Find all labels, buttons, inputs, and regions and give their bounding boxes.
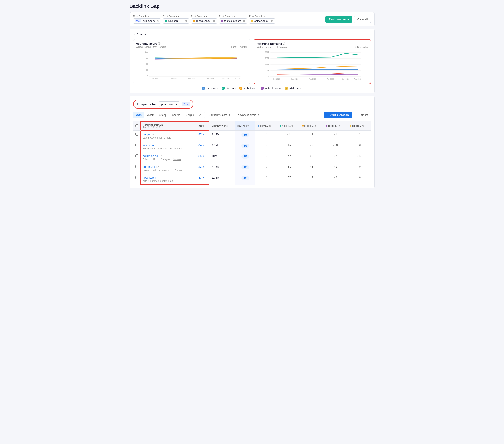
more-link[interactable]: 9 more [164,136,171,139]
external-link-icon[interactable]: ↗ [157,176,159,179]
row-checkbox-cell [133,163,141,174]
start-outreach-button[interactable]: + Start outreach [324,112,352,118]
legend-check-adidas: ✓ [285,87,288,90]
row-checkbox[interactable] [135,165,138,168]
legend-reebok[interactable]: ✓ reebok.com [239,87,257,90]
legend-nike[interactable]: ✓ nike.com [222,87,236,90]
row-adidas: › 3 [347,141,371,152]
prospects-for-bar: Prospects for: puma.com ▼ You [133,100,193,109]
row-adidas: › 8 [347,174,371,185]
backlink-arrow: › [334,165,335,168]
th-nike-label: nike.c... [282,124,291,127]
sort-icon-footlocker: ⇅ [339,125,340,127]
domain-categories: Law & Government 9 more [143,136,194,139]
prospect-tab-group: Best Weak Strong Shared Unique All [133,112,205,118]
row-nike: › 2 [277,130,300,141]
monthly-visits-value: 12.3M [212,176,219,179]
advanced-filters-dropdown[interactable]: Advanced filters ▼ [235,112,262,118]
tab-best[interactable]: Best [133,112,144,118]
domain-link[interactable]: columbia.edu [143,154,160,157]
close-icon-nike[interactable]: ✕ [184,19,187,22]
row-checkbox[interactable] [135,133,138,135]
puma-count: 0 [266,144,267,147]
domain-label-footlocker[interactable]: Root Domain ▼ [219,15,247,18]
domain-label-reebok[interactable]: Root Domain ▼ [191,15,217,18]
th-nike[interactable]: nike.c... ⇅ [277,121,300,130]
adidas-count: 10 [359,154,361,157]
domain-group-puma: Root Domain ▼ You puma.com ✕ [133,15,161,23]
adidas-count: 5 [359,165,361,168]
info-icon-2[interactable]: ⓘ [283,42,285,45]
tab-all[interactable]: All [197,112,205,118]
svg-text:Apr 2022: Apr 2022 [327,78,334,80]
row-checkbox[interactable] [135,154,138,157]
th-monthly-visits[interactable]: Monthly Visits [209,121,235,130]
domain-pill-footlocker: footlocker.com ✕ [219,18,247,23]
clear-all-button[interactable]: Clear all [354,16,371,23]
external-link-icon[interactable]: ↗ [154,144,156,147]
more-link[interactable]: 9 more [175,147,182,150]
as-score: 83 [198,154,201,157]
domain-categories: Books & Lit... > Writers Res... 9 more [143,147,194,150]
th-reebok[interactable]: reebok... ⇅ [300,121,324,130]
adidas-col-dot [350,125,351,127]
domain-link[interactable]: ca.gov [143,133,151,136]
charts-collapse-toggle[interactable]: ∨ Charts [133,33,371,36]
legend-footlocker[interactable]: ✓ footlocker.com [261,87,281,90]
th-as[interactable]: AS ⇅ [196,121,209,130]
tab-shared[interactable]: Shared [169,112,183,118]
th-footlocker[interactable]: footloc... ⇅ [324,121,347,130]
footlocker-count: 30 [335,144,338,147]
external-link-icon[interactable]: ↗ [160,155,162,157]
sort-icon-puma: ⇅ [269,125,271,127]
tab-strong[interactable]: Strong [156,112,169,118]
domain-label-adidas[interactable]: Root Domain ▼ [249,15,275,18]
monthly-visits-value: 91.4M [212,133,219,136]
more-link[interactable]: 9 more [175,169,183,172]
as-chevron-icon: ∨ [202,155,204,157]
close-icon-adidas[interactable]: ✕ [270,19,273,22]
svg-text:165K: 165K [265,57,270,59]
domain-link[interactable]: wisc.edu [143,144,154,147]
domain-label-nike[interactable]: Root Domain ▼ [163,15,189,18]
more-link[interactable]: 9 more [173,158,181,161]
puma-domain-value: puma.com [143,19,155,22]
domain-label-puma[interactable]: Root Domain ▼ [133,15,161,18]
select-all-checkbox[interactable] [135,124,138,127]
filter-bar: Best Weak Strong Shared Unique All Autho… [133,112,371,118]
matches-badge: 4/5 [241,144,249,148]
domain-link[interactable]: libsyn.com [143,176,156,179]
th-matches[interactable]: Matches ⇅ [235,121,256,130]
more-link[interactable]: 9 more [165,180,173,182]
export-button[interactable]: ↑ Export [354,112,371,118]
th-adidas[interactable]: adidas... ⇅ [347,121,371,130]
legend-puma[interactable]: ✓ puma.com [202,87,218,90]
row-checkbox[interactable] [135,144,138,146]
footlocker-dot [221,20,223,22]
row-checkbox[interactable] [135,176,138,179]
th-puma[interactable]: puma... ⇅ [255,121,277,130]
external-link-icon[interactable]: ↗ [157,166,159,168]
close-icon-reebok[interactable]: ✕ [212,19,215,22]
row-as: 83 ∨ [196,174,209,185]
close-icon-puma[interactable]: ✕ [156,19,159,22]
reebok-count: 2 [312,176,313,179]
tab-weak[interactable]: Weak [144,112,156,118]
info-icon[interactable]: ⓘ [158,42,161,45]
legend-check-puma: ✓ [202,87,205,90]
svg-text:220K: 220K [265,51,270,53]
tab-unique[interactable]: Unique [183,112,197,118]
prospects-domain-select[interactable]: puma.com ▼ [159,101,180,107]
th-as-label: AS [198,125,202,127]
table-row: columbia.edu ↗ Jobs ... > Ed... > Colleg… [133,152,371,163]
th-referring-domain[interactable]: Referring Domain 1 – 100 (203,526) [141,121,197,130]
row-as: 83 ∨ [196,152,209,163]
find-prospects-button[interactable]: Find prospects [325,16,352,23]
referring-domains-title: Referring Domains ⓘ [257,42,368,45]
authority-score-filter[interactable]: Authority Score ▼ [207,112,233,118]
legend-adidas[interactable]: ✓ adidas.com [285,87,302,90]
domain-link[interactable]: cornell.edu [143,165,157,168]
row-ref-domain: wisc.edu ↗ Books & Lit... > Writers Res.… [141,141,197,152]
external-link-icon[interactable]: ↗ [152,133,154,136]
close-icon-footlocker[interactable]: ✕ [242,19,245,22]
